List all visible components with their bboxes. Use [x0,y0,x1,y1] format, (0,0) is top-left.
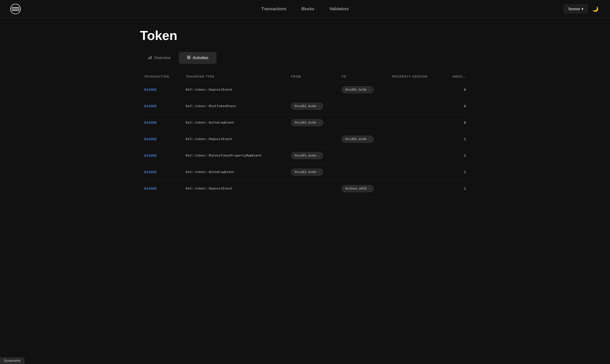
chevron-right-icon: › [318,154,320,158]
chevron-right-icon: › [318,105,320,108]
activities-table: TRANSACTION TRANSFER TYPE FROM TO PROPER… [140,72,470,197]
from-address-badge[interactable]: 0xcd01…bc8e › [291,103,323,110]
col-transaction: TRANSACTION [140,72,182,82]
from-cell [287,181,338,197]
chevron-right-icon: › [368,187,370,190]
col-amount: AMOU... [443,72,470,82]
transfer-type-cell: 0x3::token::MutateTokenPropertyMapEvent [182,148,287,164]
transaction-link[interactable]: 644908 [144,88,156,92]
to-address-badge[interactable]: 0xcd01…bc8e › [342,136,374,143]
table-row: 6449080x3::token::WithdrawEvent0xcd01…bc… [140,115,470,131]
nav-validators[interactable]: Validators [329,6,348,11]
col-property-version: PROPERTY VERSION [388,72,443,82]
tab-activities[interactable]: Activities [179,52,216,64]
chevron-right-icon: › [318,171,320,174]
tab-overview[interactable]: Overview [140,52,179,64]
logo-area [10,3,21,14]
svg-rect-6 [151,56,152,59]
property-version-cell [388,148,443,164]
header-right: Testnet ▾ 🌙 [564,4,600,13]
property-version-cell [388,115,443,131]
header: Transactions Blocks Validators Testnet ▾… [0,0,610,18]
transfer-type-cell: 0x3::token::MintTokenEvent [182,98,287,115]
from-cell: 0xcd01…bc8e › [287,164,338,181]
amount-cell: 1 [443,131,470,148]
col-from: FROM [287,72,338,82]
to-cell [338,164,388,181]
amount-cell: 1 [443,181,470,197]
svg-rect-5 [150,57,150,59]
from-cell: 0xcd01…bc8e › [287,148,338,164]
col-transfer-type: TRANSFER TYPE [182,72,287,82]
chevron-right-icon: › [368,88,370,92]
from-address-badge[interactable]: 0xcd01…bc8e › [291,169,323,176]
transfer-type-cell: 0x3::token::WithdrawEvent [182,164,287,181]
col-to: TO [338,72,388,82]
transfer-type-cell: 0x3::token::DepositEvent [182,82,287,98]
transfer-type-cell: 0x3::token::DepositEvent [182,131,287,148]
table-row: 6449080x3::token::DepositEvent0x1bed…a83… [140,181,470,197]
page-title: Token [140,28,470,43]
from-cell [287,82,338,98]
table-header: TRANSACTION TRANSFER TYPE FROM TO PROPER… [140,72,470,82]
tab-overview-label: Overview [154,56,171,60]
chevron-down-icon: ▾ [582,7,584,11]
from-cell: 0xcd01…bc8e › [287,115,338,131]
table-row: 6449080x3::token::MutateTokenPropertyMap… [140,148,470,164]
network-selector[interactable]: Testnet ▾ [564,4,588,13]
to-cell: 0x1bed…a835 › [338,181,388,197]
table-row: 6449080x3::token::DepositEvent0xcd01…bc8… [140,82,470,98]
from-cell: 0xcd01…bc8e › [287,98,338,115]
main-content: Token Overview Activities [130,18,480,197]
amount-cell: 0 [443,115,470,131]
amount-cell: 1 [443,148,470,164]
transaction-link[interactable]: 644908 [144,121,156,125]
amount-cell: 1 [443,164,470,181]
to-cell: 0xcd01…bc8e › [338,82,388,98]
nav-blocks[interactable]: Blocks [302,6,314,11]
logo-icon [10,3,21,14]
transaction-link[interactable]: 644908 [144,170,156,174]
list-icon [187,55,191,60]
table-row: 6449080x3::token::WithdrawEvent0xcd01…bc… [140,164,470,181]
transaction-link[interactable]: 644908 [144,104,156,108]
screenshot-badge: Screenshot [0,357,24,364]
property-version-cell [388,181,443,197]
table-body: 6449080x3::token::DepositEvent0xcd01…bc8… [140,82,470,197]
activities-table-container: TRANSACTION TRANSFER TYPE FROM TO PROPER… [140,72,470,197]
property-version-cell [388,82,443,98]
transaction-link[interactable]: 644908 [144,154,156,158]
to-address-badge[interactable]: 0xcd01…bc8e › [342,86,374,93]
main-nav: Transactions Blocks Validators [261,6,349,11]
to-cell [338,115,388,131]
from-address-badge[interactable]: 0xcd01…bc8e › [291,152,323,159]
property-version-cell [388,131,443,148]
amount-cell: 0 [443,82,470,98]
chevron-right-icon: › [368,138,370,141]
to-cell: 0xcd01…bc8e › [338,131,388,148]
to-cell [338,98,388,115]
from-cell [287,131,338,148]
transfer-type-cell: 0x3::token::WithdrawEvent [182,115,287,131]
transaction-link[interactable]: 644908 [144,137,156,141]
tab-activities-label: Activities [193,56,208,60]
from-address-badge[interactable]: 0xcd01…bc8e › [291,119,323,126]
tabs: Overview Activities [140,52,470,64]
property-version-cell [388,164,443,181]
table-row: 6449080x3::token::MintTokenEvent0xcd01…b… [140,98,470,115]
theme-toggle[interactable]: 🌙 [591,4,600,13]
svg-rect-9 [187,58,190,59]
svg-rect-7 [187,56,190,56]
svg-rect-4 [148,58,149,59]
chevron-right-icon: › [318,121,320,125]
svg-rect-8 [187,57,190,58]
amount-cell: 0 [443,98,470,115]
transaction-link[interactable]: 644908 [144,187,156,191]
nav-transactions[interactable]: Transactions [261,6,286,11]
property-version-cell [388,98,443,115]
table-row: 6449080x3::token::DepositEvent0xcd01…bc8… [140,131,470,148]
network-label: Testnet [568,7,580,11]
to-address-badge[interactable]: 0x1bed…a835 › [342,185,374,192]
bar-chart-icon [148,55,152,60]
to-cell [338,148,388,164]
